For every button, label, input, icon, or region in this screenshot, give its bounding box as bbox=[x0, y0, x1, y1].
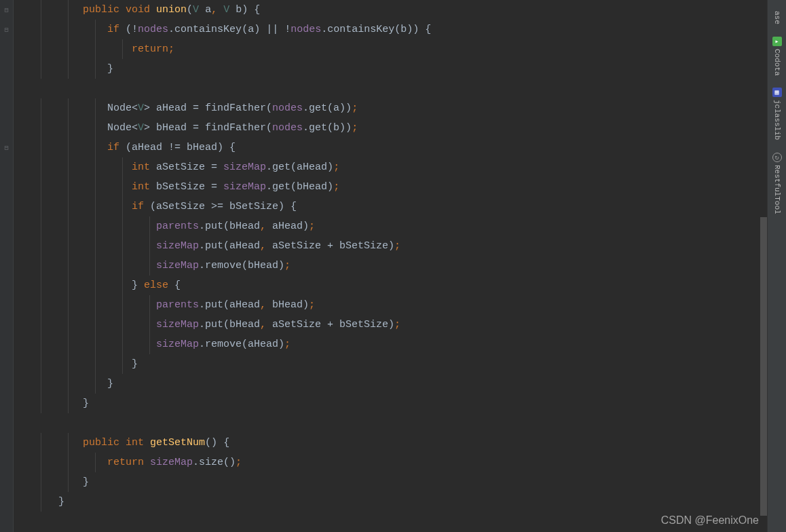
code-line[interactable]: } bbox=[34, 354, 767, 374]
sidebar-item-restfultool[interactable]: ↻ RestfulTool bbox=[770, 147, 785, 220]
fold-gutter: ⊟ ⊟ ⊟ bbox=[0, 0, 14, 532]
sidebar-item-label: ase bbox=[773, 11, 781, 24]
code-line[interactable]: sizeMap.put(aHead, aSetSize + bSetSize); bbox=[34, 236, 767, 256]
code-editor[interactable]: public void union(V a, V b) { if (!nodes… bbox=[14, 0, 767, 532]
fold-marker[interactable]: ⊟ bbox=[0, 0, 13, 20]
code-line[interactable]: sizeMap.remove(bHead); bbox=[34, 256, 767, 276]
code-line[interactable]: sizeMap.put(bHead, aSetSize + bSetSize); bbox=[34, 315, 767, 335]
fold-marker[interactable]: ⊟ bbox=[0, 138, 13, 157]
sidebar-item-label: RestfulTool bbox=[773, 165, 781, 214]
code-line[interactable] bbox=[34, 413, 767, 433]
sidebar-item-codota[interactable]: ▸ Codota bbox=[770, 31, 785, 81]
code-line[interactable]: return sizeMap.size(); bbox=[34, 453, 767, 472]
code-line[interactable]: int aSetSize = sizeMap.get(aHead); bbox=[34, 157, 767, 177]
code-line[interactable]: } bbox=[34, 472, 767, 492]
watermark: CSDN @FeenixOne bbox=[661, 514, 759, 527]
code-line[interactable]: } bbox=[34, 492, 767, 512]
scrollbar-thumb[interactable] bbox=[760, 217, 767, 516]
code-line[interactable]: if (!nodes.containsKey(a) || !nodes.cont… bbox=[34, 20, 767, 39]
code-line[interactable]: int bSetSize = sizeMap.get(bHead); bbox=[34, 177, 767, 197]
code-line[interactable]: return; bbox=[34, 39, 767, 59]
code-line[interactable]: sizeMap.remove(aHead); bbox=[34, 335, 767, 354]
code-line[interactable]: parents.put(aHead, bHead); bbox=[34, 295, 767, 315]
code-line[interactable] bbox=[34, 79, 767, 98]
jclasslib-icon: ▦ bbox=[772, 88, 782, 97]
editor-container: ⊟ ⊟ ⊟ public void union(V a, V b) { if (… bbox=[0, 0, 786, 532]
sidebar-item-jclasslib[interactable]: ▦ jclasslib bbox=[770, 82, 785, 145]
codota-icon: ▸ bbox=[772, 37, 782, 46]
restful-icon: ↻ bbox=[772, 153, 782, 162]
scrollbar-track[interactable] bbox=[759, 0, 767, 532]
code-line[interactable]: } bbox=[34, 394, 767, 413]
code-line[interactable]: } else { bbox=[34, 276, 767, 295]
code-line[interactable]: } bbox=[34, 59, 767, 79]
code-line[interactable]: Node<V> bHead = findFather(nodes.get(b))… bbox=[34, 118, 767, 138]
code-line[interactable]: parents.put(bHead, aHead); bbox=[34, 216, 767, 236]
code-line[interactable]: public int getSetNum() { bbox=[34, 433, 767, 453]
code-line[interactable]: } bbox=[34, 374, 767, 394]
fold-marker[interactable]: ⊟ bbox=[0, 20, 13, 39]
code-line[interactable]: Node<V> aHead = findFather(nodes.get(a))… bbox=[34, 98, 767, 118]
sidebar-item-ase[interactable]: ase bbox=[770, 5, 784, 30]
sidebar-item-label: jclasslib bbox=[773, 100, 781, 140]
code-line[interactable]: public void union(V a, V b) { bbox=[34, 0, 767, 20]
sidebar-item-label: Codota bbox=[773, 49, 781, 76]
code-line[interactable]: if (aHead != bHead) { bbox=[34, 138, 767, 157]
code-line[interactable]: if (aSetSize >= bSetSize) { bbox=[34, 197, 767, 216]
right-tool-sidebar: ase ▸ Codota ▦ jclasslib ↻ RestfulTool bbox=[767, 0, 786, 532]
